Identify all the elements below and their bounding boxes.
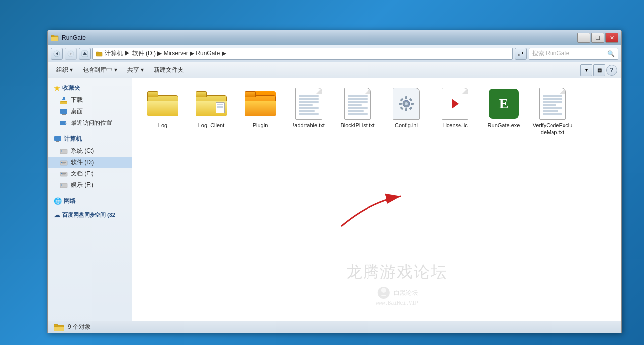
maximize-button[interactable]: ☐ bbox=[591, 33, 604, 43]
back-button[interactable] bbox=[51, 48, 63, 60]
svg-marker-49 bbox=[452, 99, 459, 109]
license-label: License.lic bbox=[442, 122, 467, 129]
download-icon bbox=[60, 96, 68, 104]
svg-point-51 bbox=[377, 287, 389, 299]
share-button[interactable]: 共享 ▾ bbox=[123, 64, 148, 76]
svg-rect-35 bbox=[60, 183, 67, 188]
svg-rect-44 bbox=[411, 103, 414, 105]
log-folder-icon bbox=[147, 88, 179, 120]
main-area: ★ 收藏夹 下载 桌面 bbox=[48, 78, 621, 321]
svg-rect-1 bbox=[51, 37, 58, 41]
addrtable-label: !addrtable.txt bbox=[293, 122, 325, 129]
file-item-log[interactable]: Log bbox=[140, 86, 185, 138]
toolbar: 组织 ▾ 包含到库中 ▾ 共享 ▾ 新建文件夹 ▾ ▦ ? bbox=[48, 62, 621, 78]
sidebar: ★ 收藏夹 下载 桌面 bbox=[48, 78, 132, 321]
blockiplist-label: BlockIPList.txt bbox=[340, 122, 374, 129]
svg-rect-41 bbox=[405, 96, 407, 99]
sidebar-item-f-drive[interactable]: 娱乐 (F:) bbox=[48, 179, 132, 191]
svg-rect-27 bbox=[60, 161, 67, 165]
cloud-section: ☁ 百度网盘同步空间 (32 bbox=[48, 209, 132, 221]
file-item-verifycode[interactable]: VerifyCodeExcludeMap.txt bbox=[530, 86, 575, 138]
file-item-log-client[interactable]: Log_Client bbox=[189, 86, 234, 138]
annotation-arrow bbox=[331, 191, 411, 231]
computer-section: 计算机 bbox=[48, 133, 132, 145]
network-icon: 🌐 bbox=[54, 197, 62, 205]
svg-point-40 bbox=[405, 102, 408, 105]
network-section: 🌐 网络 bbox=[48, 195, 132, 207]
cloud-icon: ☁ bbox=[54, 211, 60, 219]
file-area: Log Log bbox=[132, 78, 621, 321]
svg-rect-20 bbox=[54, 136, 61, 141]
svg-rect-48 bbox=[409, 106, 412, 110]
view-buttons: ▾ ▦ bbox=[580, 64, 605, 76]
svg-rect-21 bbox=[56, 141, 59, 142]
addrtable-icon bbox=[293, 88, 325, 120]
config-label: Config.ini bbox=[395, 122, 418, 129]
address-text: 计算机 ▶ 软件 (D:) ▶ Mirserver ▶ RunGate ▶ bbox=[105, 49, 226, 58]
svg-rect-10 bbox=[96, 52, 99, 53]
c-drive-icon bbox=[60, 147, 68, 155]
svg-rect-23 bbox=[60, 149, 67, 154]
search-icon: 🔍 bbox=[607, 50, 615, 57]
svg-rect-16 bbox=[62, 114, 66, 115]
sidebar-item-d-drive[interactable]: 软件 (D:) bbox=[48, 157, 132, 168]
svg-point-24 bbox=[61, 150, 62, 151]
svg-rect-37 bbox=[62, 185, 66, 185]
view-change-button[interactable]: ▾ bbox=[580, 64, 592, 76]
svg-point-52 bbox=[381, 288, 386, 293]
address-bar-row: 计算机 ▶ 软件 (D:) ▶ Mirserver ▶ RunGate ▶ ⇄ … bbox=[48, 45, 621, 62]
view-toggle-button[interactable]: ▦ bbox=[593, 64, 605, 76]
plugin-label: Plugin bbox=[253, 122, 268, 129]
svg-rect-31 bbox=[60, 172, 67, 176]
explorer-window: RunGate ─ ☐ ✕ bbox=[47, 30, 622, 333]
svg-rect-42 bbox=[405, 108, 407, 111]
svg-rect-22 bbox=[55, 142, 60, 142]
log-label: Log bbox=[158, 122, 167, 129]
close-button[interactable]: ✕ bbox=[605, 33, 618, 43]
up-button[interactable] bbox=[79, 48, 91, 60]
title-bar: RunGate ─ ☐ ✕ bbox=[48, 30, 621, 45]
sidebar-item-e-drive[interactable]: 文档 (E:) bbox=[48, 168, 132, 179]
file-item-blockiplist[interactable]: BlockIPList.txt bbox=[335, 86, 380, 138]
item-count: 9 个对象 bbox=[68, 323, 91, 331]
help-button[interactable]: ? bbox=[606, 65, 617, 76]
verifycode-icon bbox=[537, 88, 568, 120]
sidebar-item-desktop[interactable]: 桌面 bbox=[48, 106, 132, 117]
file-item-addrtable[interactable]: !addrtable.txt bbox=[286, 86, 331, 138]
organize-button[interactable]: 组织 ▾ bbox=[52, 64, 77, 76]
svg-rect-46 bbox=[409, 98, 412, 101]
watermark: 龙腾游戏论坛 白黑论坛 www.BaiHei.VIP bbox=[346, 261, 448, 306]
minimize-button[interactable]: ─ bbox=[577, 33, 590, 43]
file-item-rungate[interactable]: E RunGate.exe bbox=[481, 86, 526, 138]
window-icon bbox=[51, 34, 59, 42]
file-item-license[interactable]: License.lic bbox=[433, 86, 477, 138]
address-box[interactable]: 计算机 ▶ 软件 (D:) ▶ Mirserver ▶ RunGate ▶ bbox=[92, 48, 513, 60]
sidebar-item-recent[interactable]: 最近访问的位置 bbox=[48, 117, 132, 129]
file-item-plugin[interactable]: Plugin bbox=[238, 86, 282, 138]
file-item-config[interactable]: Config.ini bbox=[384, 86, 429, 138]
svg-rect-2 bbox=[51, 35, 54, 37]
blockiplist-icon bbox=[342, 88, 373, 120]
svg-point-32 bbox=[61, 173, 62, 174]
rungate-icon: E bbox=[488, 88, 520, 120]
desktop-icon bbox=[60, 108, 68, 116]
svg-rect-17 bbox=[61, 115, 66, 115]
log-client-folder-icon bbox=[195, 88, 227, 120]
new-folder-button[interactable]: 新建文件夹 bbox=[149, 64, 188, 76]
refresh-button[interactable]: ⇄ bbox=[515, 48, 527, 60]
svg-rect-43 bbox=[399, 103, 402, 105]
include-library-button[interactable]: 包含到库中 ▾ bbox=[78, 64, 121, 76]
sidebar-item-c-drive[interactable]: 系统 (C:) bbox=[48, 145, 132, 157]
license-icon bbox=[439, 88, 471, 120]
svg-rect-54 bbox=[54, 324, 58, 326]
svg-rect-38 bbox=[62, 186, 65, 186]
rungate-label: RunGate.exe bbox=[488, 122, 520, 129]
watermark-logo bbox=[376, 285, 391, 300]
forward-button[interactable] bbox=[65, 48, 77, 60]
status-bar: 9 个对象 bbox=[48, 321, 621, 333]
d-drive-icon bbox=[60, 159, 68, 167]
sidebar-item-download[interactable]: 下载 bbox=[48, 94, 132, 106]
search-box[interactable]: 搜索 RunGate 🔍 bbox=[529, 48, 618, 60]
verifycode-label: VerifyCodeExcludeMap.txt bbox=[532, 122, 573, 136]
svg-rect-15 bbox=[60, 109, 67, 114]
